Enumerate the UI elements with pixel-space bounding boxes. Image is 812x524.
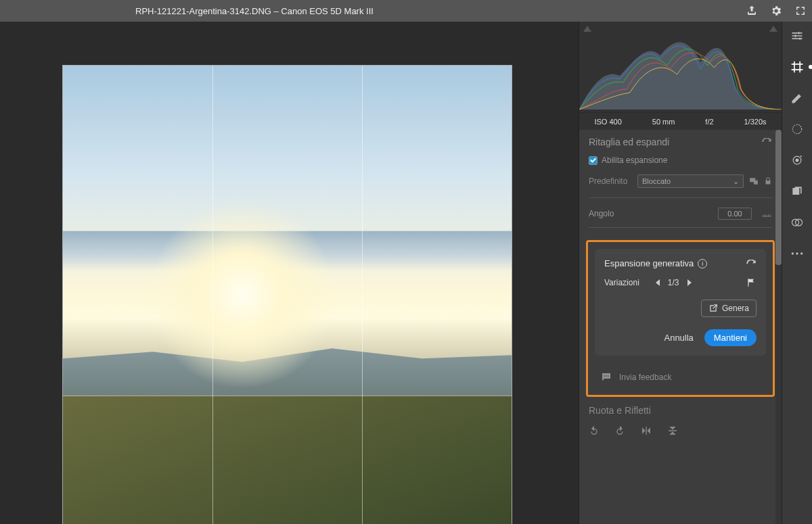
generative-expand-panel: Espansione generativa i Variazioni 1/3 xyxy=(595,249,766,356)
reset-icon[interactable] xyxy=(746,260,757,268)
variations-label: Variazioni xyxy=(604,278,639,287)
variations-value: 1/3 xyxy=(668,278,679,287)
highlight-clip-icon[interactable] xyxy=(769,26,777,32)
lens-blur-icon[interactable] xyxy=(790,215,805,230)
preset-value: Bloccato xyxy=(642,177,671,185)
flip-vertical-icon[interactable] xyxy=(667,425,678,436)
angle-slider[interactable] xyxy=(589,222,772,228)
feedback-icon[interactable] xyxy=(600,372,612,383)
variation-prev-icon[interactable] xyxy=(656,279,660,286)
tutorial-highlight: Espansione generativa i Variazioni 1/3 xyxy=(586,240,775,397)
variation-next-icon[interactable] xyxy=(687,279,692,286)
lock-icon[interactable] xyxy=(764,176,772,186)
canvas-area[interactable] xyxy=(0,22,579,524)
info-icon[interactable]: i xyxy=(698,259,707,268)
export-icon[interactable] xyxy=(746,5,758,17)
gear-icon[interactable] xyxy=(770,5,782,17)
heal-tool-icon[interactable] xyxy=(790,91,805,105)
rotate-panel: Ruota e Rifletti xyxy=(579,397,782,444)
redeye-tool-icon[interactable] xyxy=(790,153,805,168)
top-bar: RPH-121221-Argentina-3142.DNG – Canon EO… xyxy=(0,0,812,22)
svg-point-2 xyxy=(608,375,609,377)
svg-point-3 xyxy=(798,32,800,34)
crop-panel-title: Ritaglia ed espandi xyxy=(589,137,669,147)
preset-label: Predefinito xyxy=(589,176,632,186)
exif-shutter: 1/320s xyxy=(744,118,767,126)
rotate-cw-icon[interactable] xyxy=(614,425,625,436)
fullscreen-icon[interactable] xyxy=(794,5,807,17)
svg-point-4 xyxy=(794,34,796,37)
scrollbar-thumb[interactable] xyxy=(775,130,782,265)
crop-panel: Ritaglia ed espandi Abilita espansione P… xyxy=(579,130,782,235)
feedback-label[interactable]: Invia feedback xyxy=(619,373,671,382)
shadow-clip-icon[interactable] xyxy=(583,26,591,32)
angle-label: Angolo xyxy=(589,209,614,218)
chevron-down-icon: ⌄ xyxy=(733,177,739,186)
svg-point-1 xyxy=(606,375,607,377)
exif-row: ISO 400 50 mm f/2 1/320s xyxy=(579,112,782,130)
svg-point-5 xyxy=(799,38,801,40)
crop-tool-icon[interactable] xyxy=(790,59,805,74)
layers-icon[interactable] xyxy=(790,184,805,199)
crop-frame[interactable] xyxy=(62,65,512,524)
svg-point-6 xyxy=(792,124,801,133)
gen-panel-title: Espansione generativa xyxy=(604,258,694,268)
svg-point-12 xyxy=(796,252,798,254)
generate-label: Genera xyxy=(722,304,749,313)
sliders-icon[interactable] xyxy=(790,28,805,43)
keep-button[interactable]: Mantieni xyxy=(704,329,757,346)
histogram[interactable]: ISO 400 50 mm f/2 1/320s xyxy=(579,22,782,130)
svg-point-8 xyxy=(796,159,799,162)
photo-preview xyxy=(63,66,512,524)
angle-value[interactable]: 0.00 xyxy=(718,208,752,220)
right-panel: ISO 400 50 mm f/2 1/320s Ritaglia ed esp… xyxy=(579,22,782,524)
svg-point-0 xyxy=(604,375,605,377)
svg-point-11 xyxy=(792,252,794,254)
generate-button[interactable]: Genera xyxy=(701,300,757,317)
enable-expand-label: Abilita espansione xyxy=(602,156,667,165)
rotate-panel-title: Ruota e Rifletti xyxy=(589,405,772,416)
flip-horizontal-icon[interactable] xyxy=(640,425,652,436)
reset-icon[interactable] xyxy=(761,138,772,146)
straighten-icon[interactable] xyxy=(761,210,772,218)
rotate-ccw-icon[interactable] xyxy=(589,425,600,436)
scrollbar-track[interactable] xyxy=(775,130,782,524)
exif-aperture: f/2 xyxy=(705,118,713,126)
exif-iso: ISO 400 xyxy=(594,118,621,126)
preset-select[interactable]: Bloccato ⌄ xyxy=(637,174,744,188)
flag-icon[interactable] xyxy=(746,278,757,287)
svg-point-13 xyxy=(800,252,803,254)
enable-expand-checkbox[interactable] xyxy=(589,156,597,165)
swap-orientation-icon[interactable] xyxy=(749,176,759,186)
radial-mask-icon[interactable] xyxy=(790,122,805,137)
cancel-button[interactable]: Annulla xyxy=(664,333,693,343)
exif-focal: 50 mm xyxy=(652,118,675,126)
document-title: RPH-121221-Argentina-3142.DNG – Canon EO… xyxy=(135,6,374,16)
tool-rail xyxy=(782,22,812,524)
more-icon[interactable] xyxy=(790,246,805,261)
